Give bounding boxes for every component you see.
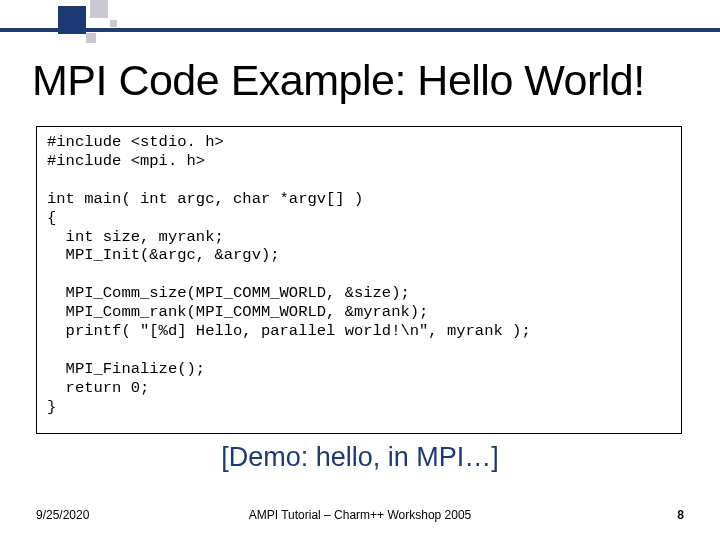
code-block: #include <stdio. h> #include <mpi. h> in… — [36, 126, 682, 434]
slide-title: MPI Code Example: Hello World! — [32, 56, 692, 105]
decoration-square-med — [90, 0, 108, 18]
header-decoration — [0, 0, 720, 40]
decoration-square-large — [58, 6, 86, 34]
page-number: 8 — [677, 508, 684, 522]
slide-footer: AMPI Tutorial – Charm++ Workshop 2005 — [0, 508, 720, 522]
decoration-square-small-a — [86, 33, 96, 43]
demo-caption: [Demo: hello, in MPI…] — [0, 442, 720, 473]
decoration-square-small-b — [110, 20, 117, 27]
slide: MPI Code Example: Hello World! #include … — [0, 0, 720, 540]
decoration-bar — [0, 28, 720, 32]
